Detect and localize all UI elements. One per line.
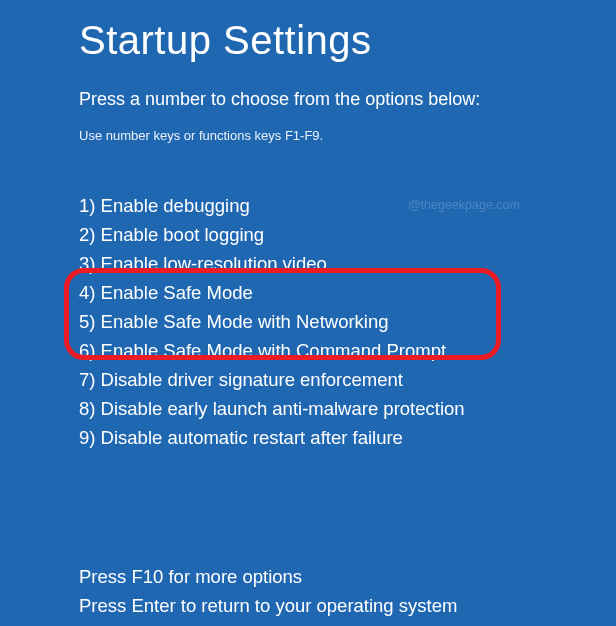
option-enable-safe-mode-cmd[interactable]: 6) Enable Safe Mode with Command Prompt <box>79 336 616 365</box>
startup-options-list: 1) Enable debugging 2) Enable boot loggi… <box>79 191 616 452</box>
footer-instructions: Press F10 for more options Press Enter t… <box>79 562 616 620</box>
watermark-text: @thegeekpage.com <box>408 198 520 212</box>
option-enable-debugging[interactable]: 1) Enable debugging <box>79 191 616 220</box>
instruction-hint: Use number keys or functions keys F1-F9. <box>79 128 616 143</box>
option-enable-boot-logging[interactable]: 2) Enable boot logging <box>79 220 616 249</box>
option-disable-auto-restart[interactable]: 9) Disable automatic restart after failu… <box>79 423 616 452</box>
footer-return: Press Enter to return to your operating … <box>79 591 616 620</box>
option-disable-driver-signature[interactable]: 7) Disable driver signature enforcement <box>79 365 616 394</box>
footer-more-options: Press F10 for more options <box>79 562 616 591</box>
page-title: Startup Settings <box>79 18 616 63</box>
option-enable-low-res-video[interactable]: 3) Enable low-resolution video <box>79 249 616 278</box>
option-disable-anti-malware[interactable]: 8) Disable early launch anti-malware pro… <box>79 394 616 423</box>
option-enable-safe-mode-networking[interactable]: 5) Enable Safe Mode with Networking <box>79 307 616 336</box>
option-enable-safe-mode[interactable]: 4) Enable Safe Mode <box>79 278 616 307</box>
instruction-subtitle: Press a number to choose from the option… <box>79 89 616 110</box>
